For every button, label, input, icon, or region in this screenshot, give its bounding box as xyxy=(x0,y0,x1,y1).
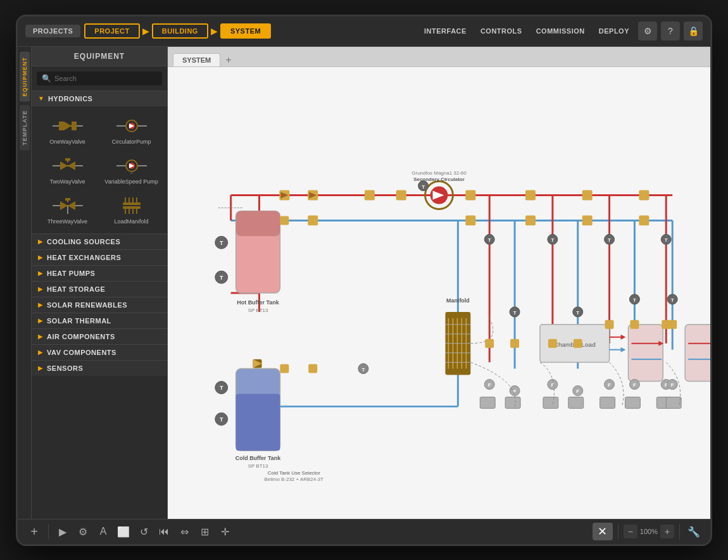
separator-3 xyxy=(679,524,680,539)
svg-text:T: T xyxy=(220,416,223,423)
svg-text:T: T xyxy=(671,297,674,302)
pan-button[interactable]: ✛ xyxy=(216,523,234,540)
svg-rect-90 xyxy=(582,190,593,200)
svg-text:F: F xyxy=(513,389,517,394)
category-solar-renewables[interactable]: ▶ SOLAR RENEWABLES xyxy=(32,297,167,313)
category-hydronics[interactable]: ▼ HYDRONICS xyxy=(32,90,167,106)
zoom-in-button[interactable]: + xyxy=(660,525,674,538)
category-vav-components[interactable]: ▶ VAV COMPONENTS xyxy=(32,344,167,360)
svg-rect-25 xyxy=(65,198,70,201)
nav-controls-btn[interactable]: CONTROLS xyxy=(475,25,527,37)
side-tabs: EQUIPMENT TEMPLATE xyxy=(18,47,32,519)
svg-rect-157 xyxy=(543,397,558,408)
equipment-circulatorpump[interactable]: CirculatorPump xyxy=(101,111,162,149)
settings-button[interactable]: ⚙ xyxy=(638,22,657,40)
svg-text:Belimo B-232 + ARB24-3T: Belimo B-232 + ARB24-3T xyxy=(264,476,323,482)
svg-rect-165 xyxy=(548,339,557,347)
svg-text:T: T xyxy=(513,309,517,315)
nav-step-system[interactable]: SYSTEM xyxy=(220,23,271,39)
expand-icon: ▶ xyxy=(38,285,43,292)
add-tab-button[interactable]: + xyxy=(220,54,236,66)
equipment-threewayvalve[interactable]: ThreeWayValve xyxy=(37,191,98,228)
projects-button[interactable]: PROJECTS xyxy=(25,25,80,37)
rect-icon: ⬜ xyxy=(117,526,130,538)
svg-rect-88 xyxy=(465,190,475,200)
connect-tool-button[interactable]: ⚙ xyxy=(74,523,92,540)
text-tool-button[interactable]: A xyxy=(94,523,112,540)
svg-rect-91 xyxy=(639,190,649,200)
svg-rect-155 xyxy=(480,397,495,408)
equipment-onewayvalve[interactable]: OneWayValve xyxy=(37,111,98,149)
nav-step-project[interactable]: PROJECT xyxy=(84,23,139,39)
system-tab[interactable]: SYSTEM xyxy=(173,53,220,66)
pan-icon: ✛ xyxy=(221,526,229,538)
svg-text:~: ~ xyxy=(130,171,132,175)
equipment-grid: OneWayValve CirculatorPump xyxy=(32,106,167,233)
category-cooling-sources[interactable]: ▶ COOLING SOURCES xyxy=(32,233,167,249)
top-nav: PROJECTS PROJECT ▶ BUILDING ▶ SYSTEM INT… xyxy=(18,16,710,47)
category-hydronics-label: HYDRONICS xyxy=(48,95,93,103)
svg-rect-167 xyxy=(605,320,614,328)
svg-rect-13 xyxy=(65,158,70,161)
svg-text:T: T xyxy=(361,366,365,372)
grid-button[interactable]: ⊞ xyxy=(196,523,213,540)
category-sensors[interactable]: ▶ SENSORS xyxy=(32,360,167,376)
svg-rect-27 xyxy=(123,206,141,209)
svg-text:T: T xyxy=(551,237,554,243)
svg-rect-119 xyxy=(685,324,710,381)
zoom-out-button[interactable]: − xyxy=(624,525,637,538)
equipment-twowayvalve[interactable]: TwoWayValve xyxy=(37,151,98,189)
equipment-variablespeedpump[interactable]: ~ VariableSpeed Pump xyxy=(101,151,162,189)
svg-rect-156 xyxy=(505,397,520,408)
circulatorpump-icon xyxy=(116,115,147,137)
select-tool-button[interactable]: ▶ xyxy=(54,523,72,540)
nav-arrow-1: ▶ xyxy=(142,26,149,36)
expand-icon: ▶ xyxy=(38,317,43,324)
reset-button[interactable]: ⏮ xyxy=(155,523,173,540)
variablespeedpump-label: VariableSpeed Pump xyxy=(104,178,158,185)
undo-button[interactable]: ↺ xyxy=(135,523,153,540)
close-button[interactable]: ✕ xyxy=(593,523,613,540)
wrench-button[interactable]: 🔧 xyxy=(685,523,703,540)
undo-icon: ↺ xyxy=(140,526,148,538)
fit-button[interactable]: ⇔ xyxy=(175,523,193,540)
nav-step-building[interactable]: BUILDING xyxy=(152,23,208,39)
svg-text:T: T xyxy=(576,309,579,315)
svg-marker-23 xyxy=(68,201,75,210)
bottom-toolbar: + ▶ ⚙ A ⬜ ↺ ⏮ ⇔ ⊞ ✛ ✕ xyxy=(18,519,710,544)
category-heat-storage[interactable]: ▶ HEAT STORAGE xyxy=(32,281,167,297)
rect-tool-button[interactable]: ⬜ xyxy=(115,523,132,540)
svg-rect-173 xyxy=(308,364,317,373)
svg-text:F: F xyxy=(488,382,491,388)
svg-text:Manifold: Manifold xyxy=(446,297,470,303)
reset-icon: ⏮ xyxy=(159,526,169,537)
sidebar-tab-template[interactable]: TEMPLATE xyxy=(20,105,30,151)
cursor-icon: ▶ xyxy=(59,526,66,538)
help-button[interactable]: ? xyxy=(661,22,680,40)
zoom-level: 100% xyxy=(640,528,658,535)
category-solar-thermal[interactable]: ▶ SOLAR THERMAL xyxy=(32,313,167,328)
onewayvalve-label: OneWayValve xyxy=(49,139,85,145)
category-heatstorage-label: HEAT STORAGE xyxy=(47,285,105,293)
category-heat-exchangers[interactable]: ▶ HEAT EXCHANGERS xyxy=(32,249,167,265)
search-input[interactable] xyxy=(54,75,157,82)
category-heat-pumps[interactable]: ▶ HEAT PUMPS xyxy=(32,265,167,281)
canvas-content[interactable]: T T Hot Buffer Tank SP BT13 T T Cold Buf xyxy=(168,67,710,519)
equipment-loadmanifold[interactable]: LoadManifold xyxy=(101,191,162,228)
sidebar-tab-equipment[interactable]: EQUIPMENT xyxy=(20,52,30,102)
category-vav-label: VAV COMPONENTS xyxy=(47,349,116,356)
nav-deploy-btn[interactable]: DEPLOY xyxy=(594,25,634,37)
svg-rect-162 xyxy=(666,397,681,408)
nav-interface-btn[interactable]: INTERFACE xyxy=(419,25,472,37)
sidebar: EQUIPMENT 🔍 ▼ HYDRONICS xyxy=(32,47,168,519)
nav-commission-btn[interactable]: COMMISSION xyxy=(531,25,590,37)
svg-rect-92 xyxy=(308,215,318,225)
add-equipment-button[interactable]: + xyxy=(25,523,43,540)
svg-rect-3 xyxy=(72,121,77,130)
expand-icon: ▶ xyxy=(38,270,43,277)
svg-text:F: F xyxy=(633,382,636,388)
lock-button[interactable]: 🔒 xyxy=(684,22,703,40)
svg-rect-96 xyxy=(639,215,649,225)
main-area: EQUIPMENT TEMPLATE EQUIPMENT 🔍 ▼ HYDRONI… xyxy=(18,47,710,519)
category-air-components[interactable]: ▶ AIR COMPONENTS xyxy=(32,328,167,344)
